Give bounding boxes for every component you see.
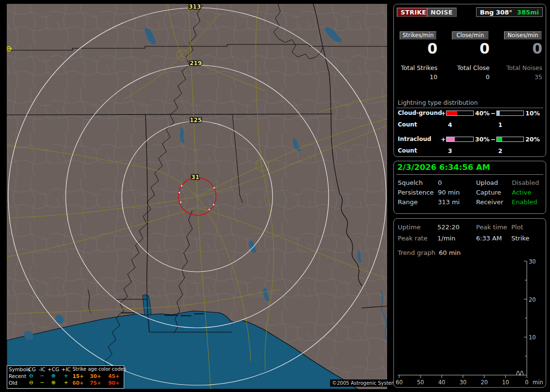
legend-old-label: Old [7, 379, 26, 386]
ic-minus-bar-fill [497, 137, 502, 141]
cg-minus-bar [496, 111, 524, 116]
svg-text:10: 10 [529, 334, 536, 341]
trend-axes [398, 261, 527, 378]
svg-text:20: 20 [481, 379, 488, 386]
ic-plus-bar-fill [447, 137, 455, 141]
total-noises-value: 35 [503, 73, 542, 81]
legend-neg-cg-header: -CG [26, 366, 37, 373]
capture-label: Capture [476, 189, 501, 196]
recent-neg-cg-icon: ⊖ [26, 373, 37, 379]
datetime-divider [396, 174, 543, 175]
distance-value: 385mi [517, 9, 539, 16]
ic-minus-sign: − [491, 136, 495, 143]
datetime-display: 2/3/2026 6:34:56 AM [397, 163, 490, 172]
age-15: 15+ [72, 373, 90, 379]
status-row-range: Range 313 mi Receiver Enabled [394, 198, 546, 207]
trend-row-3: Trend graph 60 min [394, 249, 546, 258]
legend-age-title: Strike age color codes [72, 366, 123, 373]
age-90: 90+ [108, 379, 123, 386]
trend-y-tick-labels: 30 20 10 [529, 258, 536, 341]
noises-per-min-value: 0 [503, 40, 542, 57]
trend-series [517, 371, 523, 375]
legend-old-row: Old ⊖ − ⊕ + 60+ 75+ 90+ [7, 379, 124, 386]
legend-pos-ic-header: +IC [59, 366, 72, 373]
cg-minus-pct: 10% [525, 110, 544, 117]
squelch-label: Squelch [398, 179, 423, 186]
peak-time-value: 6:33 AM [476, 235, 502, 242]
ring-label-31: 31 [191, 174, 200, 181]
legend-header-row: Symbols -CG -IC +CG +IC Strike age color… [7, 366, 124, 373]
total-close-label: Total Close [450, 64, 490, 71]
trend-row-1: Uptime 522:20 Peak time Plot [394, 224, 546, 232]
old-neg-ic-icon: − [37, 379, 47, 386]
svg-text:30: 30 [529, 258, 536, 265]
ic-count-label: Count [398, 147, 417, 154]
legend-neg-ic-header: -IC [37, 366, 47, 373]
plot-label: Plot [511, 224, 523, 231]
uptime-value: 522:20 [437, 224, 460, 231]
map-legend: Symbols -CG -IC +CG +IC Strike age color… [7, 365, 124, 389]
strike-mode-button[interactable]: STRIKE [397, 8, 430, 17]
distribution-title: Lightning type distribution [398, 99, 478, 106]
cg-plus-count: 4 [445, 121, 455, 128]
svg-text:50: 50 [417, 379, 424, 386]
ic-plus-sign: + [441, 136, 446, 143]
age-45: 45+ [108, 373, 123, 379]
peak-rate-value: 1/min [437, 235, 455, 242]
recent-pos-ic-icon: + [59, 373, 72, 379]
legend-recent-row: Recent ⊖ − ⊕ + 15+ 30+ 45+ [7, 373, 124, 379]
lightning-map[interactable]: 313 219 125 31 [7, 4, 387, 389]
age-60: 60+ [72, 379, 90, 386]
upload-status: Disabled [512, 179, 539, 186]
ring-label-219: 219 [189, 60, 202, 67]
trend-graph: 30 20 10 60 50 40 30 20 10 0 min [394, 257, 546, 386]
upload-label: Upload [476, 179, 498, 186]
svg-text:30: 30 [460, 379, 467, 386]
noise-mode-button[interactable]: NOISE [427, 8, 457, 17]
status-panel: 2/3/2026 6:34:56 AM Squelch 0 Upload Dis… [393, 161, 546, 214]
ring-label-125: 125 [189, 117, 202, 124]
legend-pos-cg-header: +CG [47, 366, 59, 373]
squelch-value: 0 [438, 179, 442, 186]
trend-x-unit: min [533, 379, 543, 386]
svg-text:10: 10 [502, 379, 509, 386]
cg-minus-sign: − [491, 110, 495, 117]
status-row-persistence: Persistence 90 min Capture Active [394, 189, 546, 197]
capture-status: Active [512, 189, 531, 196]
ic-minus-pct: 20% [525, 136, 544, 143]
old-neg-cg-icon: ⊖ [26, 379, 37, 386]
svg-text:60: 60 [396, 379, 403, 386]
receiver-label: Receiver [476, 198, 503, 206]
old-pos-cg-icon: ⊕ [47, 379, 59, 386]
strikes-per-min-value: 0 [398, 40, 437, 57]
peak-rate-label: Peak rate [398, 235, 427, 242]
ic-minus-bar [496, 137, 524, 142]
bearing-value: Bng 308° [480, 9, 512, 16]
ic-minus-count: 2 [495, 147, 506, 154]
svg-text:0: 0 [525, 379, 528, 386]
svg-text:40: 40 [438, 379, 446, 386]
status-row-squelch: Squelch 0 Upload Disabled [394, 179, 546, 188]
cloud-ground-label: Cloud-ground [398, 110, 442, 116]
distribution-divider [396, 108, 543, 108]
trend-graph-label: Trend graph [398, 249, 435, 256]
uptime-label: Uptime [398, 224, 420, 231]
cg-minus-bar-fill [497, 111, 500, 115]
peak-time-label: Peak time [476, 224, 507, 231]
close-per-min-chip: Close/min [452, 31, 489, 40]
svg-text:20: 20 [529, 296, 536, 303]
age-30: 30+ [90, 373, 108, 379]
noises-per-min-chip: Noises/min [504, 31, 542, 40]
persistence-label: Persistence [398, 189, 434, 196]
cg-plus-bar [446, 111, 474, 116]
ic-plus-count: 3 [445, 147, 455, 154]
old-pos-ic-icon: + [59, 379, 72, 386]
copyright-notice: ©2005 Astrogenic Systems [330, 379, 387, 387]
legend-symbols-header: Symbols [7, 366, 26, 373]
age-75: 75+ [90, 379, 108, 386]
recent-pos-cg-icon: ⊕ [47, 373, 59, 379]
close-per-min-value: 0 [450, 40, 490, 57]
range-value: 313 mi [438, 198, 460, 206]
counters-panel: STRIKE NOISE Bng 308° 385mi Strikes/min … [393, 4, 546, 157]
persistence-value: 90 min [438, 189, 460, 196]
